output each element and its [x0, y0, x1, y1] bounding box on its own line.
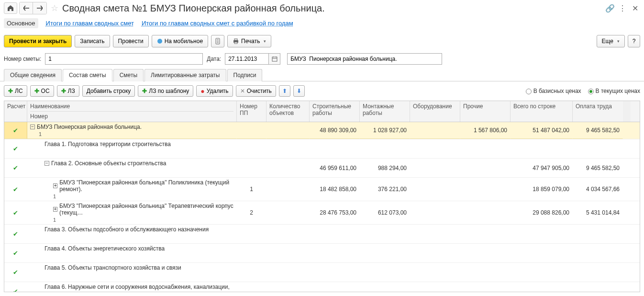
col-equip[interactable]: Оборудование — [410, 101, 460, 122]
cell-build[interactable] — [310, 244, 360, 262]
cell-qty[interactable] — [266, 122, 310, 139]
cell-total[interactable]: 29 088 826,00 — [511, 201, 573, 224]
cell-pay[interactable] — [573, 263, 623, 282]
cell-other[interactable] — [460, 244, 511, 262]
cell-build[interactable]: 18 482 858,00 — [310, 178, 360, 201]
cell-total[interactable] — [511, 244, 573, 262]
help-button[interactable]: ? — [628, 35, 640, 47]
mobile-button[interactable]: На мобильное — [152, 35, 208, 47]
cell-qty[interactable] — [266, 225, 310, 243]
col-total[interactable]: Всего по строке — [511, 101, 573, 122]
cell-calc[interactable]: ✔ — [4, 122, 27, 139]
collapse-icon[interactable]: − — [30, 125, 35, 129]
cell-pp[interactable] — [237, 244, 266, 262]
table-row[interactable]: ✔−Глава 2. Основные объекты строительств… — [4, 159, 640, 178]
cell-name[interactable]: +БМУЗ "Пионерская районная больница" Тер… — [27, 201, 237, 224]
cell-equip[interactable] — [410, 178, 460, 201]
cell-total[interactable]: 51 487 042,00 — [511, 122, 573, 139]
cell-name[interactable]: Глава 6. Наружные сети и сооружения водо… — [27, 282, 237, 292]
cell-calc[interactable]: ✔ — [4, 244, 27, 262]
cell-other[interactable] — [460, 139, 511, 158]
nav-link-totals-years[interactable]: Итоги по главам сводных смет с разбивкой… — [142, 20, 293, 27]
cell-qty[interactable] — [266, 178, 310, 201]
table-row[interactable]: ✔Глава 4. Объекты энергетического хозяйс… — [4, 244, 640, 263]
delete-button[interactable]: ●Удалить — [196, 85, 233, 97]
cell-calc[interactable]: ✔ — [4, 178, 27, 201]
cell-equip[interactable] — [410, 263, 460, 282]
col-mount[interactable]: Монтажные работы — [360, 101, 410, 122]
cell-mount[interactable] — [360, 244, 410, 262]
save-button[interactable]: Записать — [75, 35, 110, 47]
cell-pp[interactable] — [237, 122, 266, 139]
cell-mount[interactable] — [360, 139, 410, 158]
cell-mount[interactable] — [360, 263, 410, 282]
nav-main[interactable]: Основное — [4, 18, 38, 28]
tab-signatures[interactable]: Подписи — [227, 69, 263, 81]
cell-mount[interactable]: 988 294,00 — [360, 159, 410, 177]
cell-pp[interactable] — [237, 159, 266, 177]
col-pay[interactable]: Оплата труда — [573, 101, 623, 122]
cell-qty[interactable] — [266, 201, 310, 224]
date-picker-button[interactable] — [269, 53, 280, 65]
cell-total[interactable] — [511, 263, 573, 282]
cell-equip[interactable] — [410, 201, 460, 224]
move-up-button[interactable]: ⬆ — [279, 85, 290, 97]
col-pp[interactable]: Номер ПП — [237, 101, 266, 122]
cell-pay[interactable] — [573, 244, 623, 262]
cell-pp[interactable] — [237, 225, 266, 243]
col-qty[interactable]: Количество объектов — [266, 101, 310, 122]
cell-build[interactable] — [310, 263, 360, 282]
cell-pp[interactable] — [237, 139, 266, 158]
cell-calc[interactable]: ✔ — [4, 282, 27, 292]
radio-current-prices[interactable]: В текущих ценах — [588, 88, 640, 94]
radio-base-prices[interactable]: В базисных ценах — [526, 88, 581, 94]
cell-qty[interactable] — [266, 244, 310, 262]
more-menu-icon[interactable]: ⋮ — [619, 4, 626, 13]
more-button[interactable]: Еще — [597, 35, 625, 47]
tab-general[interactable]: Общие сведения — [4, 69, 62, 81]
cell-equip[interactable] — [410, 225, 460, 243]
table-row[interactable]: ✔Глава 6. Наружные сети и сооружения вод… — [4, 282, 640, 292]
clear-button[interactable]: ✕Очистить — [236, 85, 276, 97]
cell-pp[interactable]: 1 — [237, 178, 266, 201]
table-row[interactable]: ✔−БМУЗ Пионерская районная больница.148 … — [4, 122, 640, 139]
cell-pay[interactable]: 9 465 582,50 — [573, 122, 623, 139]
cell-mount[interactable]: 376 221,00 — [360, 178, 410, 201]
cell-calc[interactable]: ✔ — [4, 139, 27, 158]
add-lz-button[interactable]: ✚ЛЗ — [57, 85, 79, 97]
home-button[interactable] — [4, 2, 17, 14]
cell-other[interactable] — [460, 282, 511, 292]
post-and-close-button[interactable]: Провести и закрыть — [4, 35, 72, 47]
favorite-star-icon[interactable]: ☆ — [51, 3, 58, 13]
cell-pay[interactable]: 9 465 582,50 — [573, 159, 623, 177]
cell-pay[interactable] — [573, 139, 623, 158]
cell-equip[interactable] — [410, 139, 460, 158]
table-row[interactable]: ✔Глава 3. Объекты подсобного и обслужива… — [4, 225, 640, 244]
cell-pp[interactable] — [237, 263, 266, 282]
cell-total[interactable] — [511, 225, 573, 243]
table-row[interactable]: ✔Глава 5. Объекты транспортного хозяйств… — [4, 263, 640, 282]
grid-body[interactable]: ✔−БМУЗ Пионерская районная больница.148 … — [4, 122, 640, 292]
back-button[interactable] — [20, 2, 33, 14]
cell-name[interactable]: Глава 4. Объекты энергетического хозяйст… — [27, 244, 237, 262]
cell-total[interactable] — [511, 282, 573, 292]
cell-other[interactable] — [460, 159, 511, 177]
cell-calc[interactable]: ✔ — [4, 201, 27, 224]
cell-pp[interactable] — [237, 282, 266, 292]
cell-qty[interactable] — [266, 139, 310, 158]
cell-pay[interactable] — [573, 225, 623, 243]
cell-qty[interactable] — [266, 282, 310, 292]
cell-pp[interactable]: 2 — [237, 201, 266, 224]
cell-other[interactable] — [460, 201, 511, 224]
cell-name[interactable]: Глава 5. Объекты транспортного хозяйства… — [27, 263, 237, 282]
cell-build[interactable] — [310, 139, 360, 158]
cell-name[interactable]: −БМУЗ Пионерская районная больница.1 — [27, 122, 237, 139]
lz-template-button[interactable]: ✚ЛЗ по шаблону — [138, 85, 193, 97]
link-icon[interactable]: 🔗 — [605, 4, 615, 13]
tab-estimates[interactable]: Сметы — [113, 69, 144, 81]
cell-build[interactable] — [310, 282, 360, 292]
cell-pay[interactable]: 4 034 567,66 — [573, 178, 623, 201]
expand-icon[interactable]: + — [53, 183, 57, 188]
tab-composition[interactable]: Состав сметы — [63, 69, 112, 81]
table-row[interactable]: ✔+БМУЗ "Пионерская районная больница" Те… — [4, 201, 640, 225]
